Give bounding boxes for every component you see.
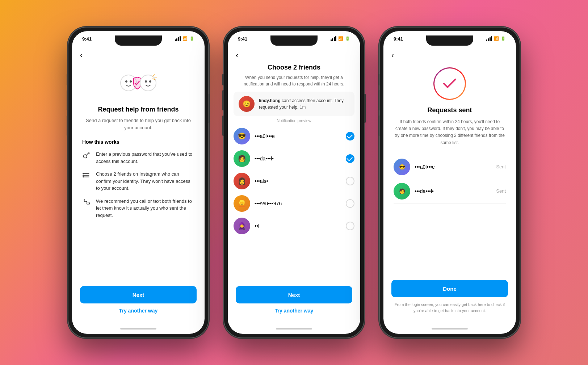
side-button-power xyxy=(209,94,210,123)
friend-item-5[interactable]: 🧕 ••f xyxy=(234,215,354,237)
step-icon-list xyxy=(82,171,91,181)
notch-2 xyxy=(270,35,318,46)
friend-item-4[interactable]: 👱 •••seu•••976 xyxy=(234,192,354,215)
side-button-power-3 xyxy=(520,94,521,123)
screen1-main: Request help from friends Send a request… xyxy=(72,64,205,281)
notification-preview-card: 😊 lindy.hong can't access their account.… xyxy=(234,92,354,116)
side-button-vol-up-3 xyxy=(378,90,379,110)
home-indicator-3 xyxy=(383,324,516,334)
status-icons-2: 📶 🔋 xyxy=(331,36,350,41)
done-button[interactable]: Done xyxy=(391,280,508,297)
side-button-mute-3 xyxy=(378,74,379,85)
svg-line-6 xyxy=(153,75,155,76)
home-indicator-1 xyxy=(72,324,205,334)
bottom-section-3: Done From the login screen, you can easi… xyxy=(383,275,516,324)
screen2-title: Choose 2 friends xyxy=(236,64,352,71)
screen3-subtitle: If both friends confirm within 24 hours,… xyxy=(394,118,506,146)
back-button-3[interactable]: ‹ xyxy=(383,47,516,64)
status-time-1: 9:41 xyxy=(82,36,92,42)
side-button-power-2 xyxy=(364,94,366,123)
notification-avatar: 😊 xyxy=(239,96,255,112)
phone-screen-1: 9:41 📶 🔋 ‹ xyxy=(72,31,205,334)
friend-name-3: •••als• xyxy=(255,178,341,184)
phone-1: 9:41 📶 🔋 ‹ xyxy=(68,27,209,338)
notification-text: lindy.hong can't access their account. T… xyxy=(259,97,349,110)
friend-checkbox-3[interactable] xyxy=(346,177,354,185)
sent-item-2: 🧑 •••da•••l• Sent xyxy=(394,179,506,204)
back-button-1[interactable]: ‹ xyxy=(72,47,205,64)
status-icons-1: 📶 🔋 xyxy=(175,36,195,41)
notification-label: Notification preview xyxy=(228,118,360,123)
screen2-subtitle: When you send your requests for help, th… xyxy=(236,74,352,87)
side-button-vol-down-2 xyxy=(222,116,224,136)
step-item-3: We recommend you call or text both frien… xyxy=(82,198,194,219)
status-time-2: 9:41 xyxy=(238,36,247,42)
friend-checkbox-2[interactable] xyxy=(346,154,354,163)
side-button-vol-up xyxy=(67,90,68,110)
next-button-1[interactable]: Next xyxy=(80,286,197,303)
friend-avatar-1: 😎 xyxy=(234,128,250,144)
try-another-way-2[interactable]: Try another way xyxy=(275,308,314,314)
side-button-vol-down-3 xyxy=(378,116,379,136)
sent-avatar-1: 😎 xyxy=(394,159,410,175)
svg-point-5 xyxy=(149,80,151,83)
screen3-title: Requests sent xyxy=(427,106,472,114)
step-text-2: Choose 2 friends on Instagram who can co… xyxy=(96,171,194,192)
friend-checkbox-4[interactable] xyxy=(346,199,354,208)
screen3-main: Requests sent If both friends confirm wi… xyxy=(383,64,516,275)
svg-point-9 xyxy=(84,155,87,158)
screen-content-3: ‹ Requests sent If both friends confirm … xyxy=(383,47,516,334)
side-button-mute-2 xyxy=(222,74,224,85)
sent-status-1: Sent xyxy=(496,164,506,169)
friend-avatar-2: 🧑 xyxy=(234,150,250,167)
sent-name-2: •••da•••l• xyxy=(415,188,492,194)
friend-item-1[interactable]: 😎 •••a0l•••e xyxy=(234,125,354,147)
friend-name-4: •••seu•••976 xyxy=(255,201,341,206)
side-button-mute xyxy=(67,74,68,85)
phone-screen-3: 9:41 📶 🔋 ‹ Requests se xyxy=(383,31,516,334)
friend-item-3[interactable]: 👩 •••als• xyxy=(234,170,354,192)
screen-content-1: ‹ xyxy=(72,47,205,334)
svg-point-2 xyxy=(130,80,132,83)
friend-name-5: ••f xyxy=(255,223,341,229)
phone-3: 9:41 📶 🔋 ‹ Requests se xyxy=(379,27,520,338)
bottom-section-1: Next Try another way xyxy=(72,281,205,324)
svg-point-15 xyxy=(83,177,84,177)
sent-status-2: Sent xyxy=(496,188,506,194)
screen1-title: Request help from friends xyxy=(98,106,178,113)
screen2-header: Choose 2 friends When you send your requ… xyxy=(228,64,360,92)
back-button-2[interactable]: ‹ xyxy=(228,47,360,64)
friend-item-2[interactable]: 🧑 •••da•••l• xyxy=(234,147,354,170)
svg-point-14 xyxy=(83,175,84,176)
friend-avatar-5: 🧕 xyxy=(234,218,250,234)
sent-avatar-2: 🧑 xyxy=(394,183,410,200)
phone-2: 9:41 📶 🔋 ‹ Choose 2 friends When you sen… xyxy=(223,27,365,338)
friend-checkbox-1[interactable] xyxy=(346,132,354,140)
sent-name-1: •••a0l•••e xyxy=(415,164,492,170)
phone-screen-2: 9:41 📶 🔋 ‹ Choose 2 friends When you sen… xyxy=(228,31,360,334)
side-button-vol-up-2 xyxy=(222,90,224,110)
next-button-2[interactable]: Next xyxy=(236,286,352,303)
battery-icon-3: 🔋 xyxy=(501,36,506,41)
friend-avatar-4: 👱 xyxy=(234,195,250,212)
signal-icon-2 xyxy=(331,36,337,41)
step-text-3: We recommend you call or text both frien… xyxy=(96,198,194,219)
screen3-footer-text: From the login screen, you can easily ge… xyxy=(391,302,508,314)
step-text-1: Enter a previous password that you've us… xyxy=(96,151,194,165)
status-icons-3: 📶 🔋 xyxy=(486,36,506,41)
battery-icon-1: 🔋 xyxy=(189,36,194,41)
wifi-icon-1: 📶 xyxy=(182,36,188,41)
wifi-icon-3: 📶 xyxy=(494,36,499,41)
svg-point-13 xyxy=(83,173,84,174)
screen2-main: Choose 2 friends When you send your requ… xyxy=(228,64,360,324)
wifi-icon-2: 📶 xyxy=(338,36,343,41)
friend-checkbox-5[interactable] xyxy=(346,222,354,230)
try-another-way-1[interactable]: Try another way xyxy=(119,308,158,314)
side-button-vol-down xyxy=(67,116,68,136)
svg-point-3 xyxy=(140,75,156,91)
step-icon-key xyxy=(82,151,91,161)
status-time-3: 9:41 xyxy=(394,36,403,42)
friend-list: 😎 •••a0l•••e 🧑 •••da•••l• xyxy=(228,125,360,281)
svg-point-1 xyxy=(125,80,127,83)
svg-point-4 xyxy=(145,80,147,83)
